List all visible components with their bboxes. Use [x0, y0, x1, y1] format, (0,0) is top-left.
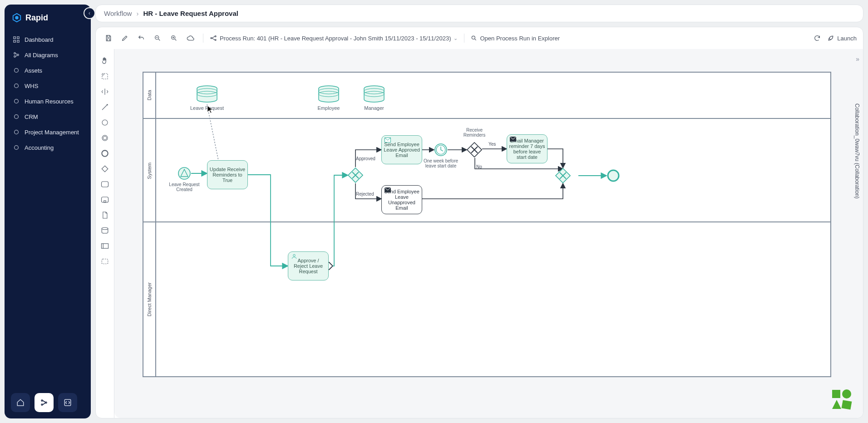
sidebar-item-human-resources[interactable]: Human Resources [7, 94, 88, 108]
flow-label-rejected: Rejected [356, 192, 374, 197]
sidebar-item-label: Assets [25, 67, 42, 74]
end-event-tool[interactable] [99, 148, 110, 159]
envelope-icon [385, 138, 391, 143]
envelope-filled-icon [510, 137, 516, 142]
edit-button[interactable] [118, 32, 131, 44]
svg-point-11 [15, 115, 19, 119]
connect-tool[interactable] [99, 102, 110, 113]
svg-rect-24 [102, 74, 108, 79]
sidebar-item-project-management[interactable]: Project Management [7, 125, 88, 139]
svg-point-21 [215, 36, 216, 37]
zoom-out-button[interactable] [151, 32, 164, 44]
zoom-in-button[interactable] [168, 32, 180, 44]
workflow-view-button[interactable] [35, 393, 54, 412]
refresh-button[interactable] [811, 32, 824, 44]
svg-point-8 [15, 69, 19, 73]
svg-rect-29 [102, 182, 108, 187]
code-view-button[interactable] [58, 393, 77, 412]
space-tool[interactable] [99, 86, 110, 97]
sidebar-item-assets[interactable]: Assets [7, 64, 88, 77]
subprocess-tool[interactable] [99, 194, 110, 205]
envelope-filled-icon [385, 187, 391, 192]
sidebar-item-dashboard[interactable]: Dashboard [7, 33, 88, 46]
svg-point-45 [293, 254, 296, 256]
svg-point-7 [14, 56, 16, 58]
rocket-icon [827, 34, 834, 42]
data-store-leave-request[interactable]: Leave Request [196, 85, 218, 103]
home-button[interactable] [11, 393, 30, 412]
open-explorer-link[interactable]: Open Process Run in Explorer [471, 35, 560, 42]
svg-point-14 [41, 400, 43, 401]
flow-label-yes: Yes [488, 142, 496, 147]
sidebar-item-crm[interactable]: CRM [7, 110, 88, 123]
gateway-approval[interactable] [348, 167, 363, 183]
flow-label-no: No [476, 164, 482, 169]
svg-rect-54 [842, 400, 852, 409]
data-store-tool[interactable] [99, 225, 110, 236]
start-event[interactable]: Leave Request Created [178, 167, 191, 180]
save-button[interactable] [102, 32, 115, 44]
pool[interactable]: Data System Direct Manager [143, 72, 831, 377]
sidebar-collapse-button[interactable]: ‹ [84, 7, 95, 19]
svg-rect-30 [102, 197, 108, 202]
group-tool[interactable] [99, 256, 110, 267]
sidebar-item-accounting[interactable]: Accounting [7, 141, 88, 154]
gateway-tool[interactable] [99, 163, 110, 174]
bpmn-watermark-icon [831, 389, 852, 410]
sidebar-item-label: Accounting [25, 144, 54, 151]
timer-event[interactable]: One week before leave start date [434, 143, 448, 157]
svg-point-0 [15, 16, 18, 19]
palette [96, 49, 114, 418]
sidebar-item-all-diagrams[interactable]: All Diagrams [7, 48, 88, 62]
svg-point-23 [472, 36, 475, 39]
event-label: Leave Request Created [166, 182, 202, 192]
task-send-unapproved-email[interactable]: Send Employee Leave Unapproved Email [381, 185, 422, 214]
svg-point-27 [103, 136, 107, 140]
svg-point-9 [15, 84, 19, 88]
dashboard-icon [13, 36, 20, 43]
svg-point-5 [14, 53, 16, 54]
hand-tool[interactable] [99, 55, 110, 66]
cloud-sync-button[interactable] [184, 32, 197, 44]
breadcrumb-root[interactable]: Workflow [104, 10, 132, 17]
data-store-manager[interactable]: Manager [363, 85, 385, 103]
canvas[interactable]: » Collaboration_0waw7vu (Collaboration) … [114, 49, 863, 418]
start-event-tool[interactable] [99, 117, 110, 128]
lasso-tool[interactable] [99, 71, 110, 82]
sidebar-item-label: WHS [25, 83, 38, 89]
svg-rect-1 [14, 37, 15, 39]
chevron-right-icon: › [136, 10, 138, 17]
gateway-receive-reminders[interactable]: Receive Reminders [467, 142, 482, 157]
lane-data[interactable]: Data [143, 73, 830, 118]
svg-rect-33 [102, 244, 108, 249]
brand[interactable]: Rapid [5, 5, 91, 28]
right-panel-toggle[interactable]: » [856, 55, 859, 63]
process-run-label: Process Run: 401 (HR - Leave Request App… [220, 35, 451, 42]
brand-name: Rapid [25, 13, 48, 23]
lane-direct-manager[interactable]: Direct Manager [143, 221, 830, 376]
process-run-selector[interactable]: Process Run: 401 (HR - Leave Request App… [210, 34, 458, 42]
gateway-merge[interactable] [555, 168, 571, 183]
sidebar-item-whs[interactable]: WHS [7, 79, 88, 93]
task-approve-reject[interactable]: Approve / Reject Leave Request [288, 251, 329, 280]
workarea: » Collaboration_0waw7vu (Collaboration) … [96, 49, 863, 418]
end-event[interactable] [607, 169, 620, 182]
undo-button[interactable] [135, 32, 148, 44]
task-update-reminders[interactable]: Update Receive Reminders to True [207, 160, 248, 189]
task-tool[interactable] [99, 179, 110, 190]
task-reminder-email[interactable]: Email Manager reminder 7 days before lea… [507, 134, 547, 163]
search-icon [471, 35, 477, 41]
page-title: HR - Leave Request Approval [143, 10, 238, 17]
data-object-tool[interactable] [99, 210, 110, 221]
right-panel-label[interactable]: Collaboration_0waw7vu (Collaboration) [854, 103, 860, 198]
pool-tool[interactable] [99, 241, 110, 251]
launch-button[interactable]: Launch [827, 34, 857, 42]
data-store-employee[interactable]: Employee [318, 85, 340, 103]
sidebar-item-label: Project Management [25, 129, 79, 136]
sidebar-item-label: All Diagrams [25, 52, 58, 59]
circle-icon [13, 98, 20, 105]
intermediate-event-tool[interactable] [99, 133, 110, 143]
circle-icon [13, 67, 20, 74]
task-send-approved-email[interactable]: Send Employee Leave Approved Email [381, 135, 422, 164]
svg-rect-3 [14, 40, 15, 42]
